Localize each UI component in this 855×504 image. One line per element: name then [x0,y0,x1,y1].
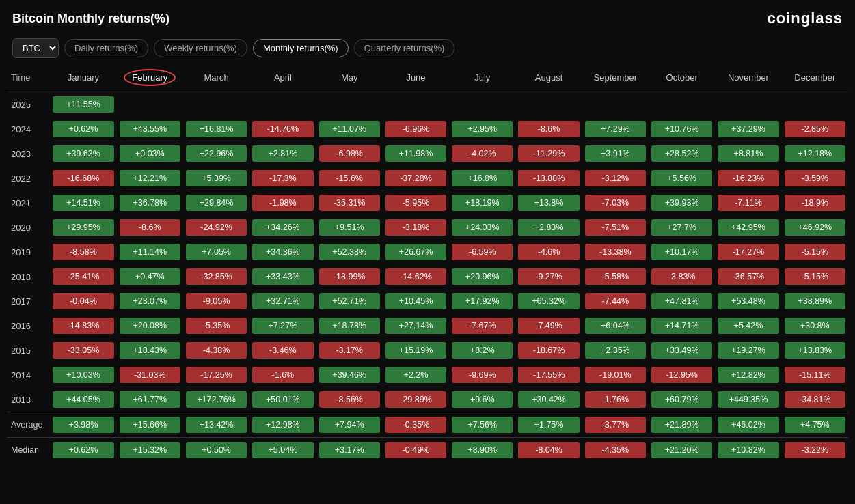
cell-2025-6 [449,92,515,117]
cell-2024-1: +43.55% [117,117,183,141]
cell-2017-1: +23.07% [117,289,183,313]
year-cell: 2023 [7,141,50,166]
cell-2016-2: -5.35% [183,313,249,338]
cell-2025-7 [515,92,582,117]
cell-2025-8 [582,92,649,117]
cell-2024-4: +11.07% [316,117,383,141]
tab-monthly[interactable]: Monthly returns(%) [253,39,349,57]
cell-2015-9: +33.49% [649,338,715,363]
cell-2021-7: +13.8% [515,191,582,215]
cell-2014-10: +12.82% [715,363,781,387]
footer-cell-1: +15.32% [117,438,183,463]
cell-2022-0: -16.68% [50,166,116,191]
tab-daily[interactable]: Daily returns(%) [64,39,148,57]
cell-2016-0: -14.83% [50,313,116,338]
cell-2017-5: +10.45% [383,289,449,313]
col-header-feb: February [117,64,183,92]
cell-2018-6: +20.96% [449,264,515,289]
table-row: 2019-8.58%+11.14%+7.05%+34.36%+52.38%+26… [7,240,848,264]
col-header-jun: June [383,64,449,92]
footer-cell-8: -3.77% [582,412,649,438]
cell-2016-5: +27.14% [383,313,449,338]
cell-2025-5 [383,92,449,117]
table-row: 2015-33.05%+18.43%-4.38%-3.46%-3.17%+15.… [7,338,848,363]
cell-2020-5: -3.18% [383,215,449,240]
cell-2013-5: -29.89% [383,387,449,412]
cell-2016-1: +20.08% [117,313,183,338]
footer-cell-2: +13.42% [183,412,249,438]
cell-2019-10: -17.27% [715,240,781,264]
footer-cell-5: -0.49% [383,438,449,463]
cell-2020-6: +24.03% [449,215,515,240]
cell-2016-11: +30.8% [782,313,848,338]
table-row: 2022-16.68%+12.21%+5.39%-17.3%-15.6%-37.… [7,166,848,191]
footer-cell-5: -0.35% [383,412,449,438]
cell-2024-7: -8.6% [515,117,582,141]
footer-row: Median+0.62%+15.32%+0.50%+5.04%+3.17%-0.… [7,438,848,463]
table-row: 2023+39.63%+0.03%+22.96%+2.81%-6.98%+11.… [7,141,848,166]
footer-cell-11: -3.22% [782,438,848,463]
tab-weekly[interactable]: Weekly returns(%) [154,39,247,57]
cell-2022-7: -13.88% [515,166,582,191]
cell-2013-0: +44.05% [50,387,116,412]
cell-2024-9: +10.76% [649,117,715,141]
cell-2022-3: -17.3% [249,166,316,191]
footer-cell-6: +8.90% [449,438,515,463]
cell-2022-5: -37.28% [383,166,449,191]
cell-2018-9: -3.83% [649,264,715,289]
cell-2023-2: +22.96% [183,141,249,166]
cell-2018-3: +33.43% [249,264,316,289]
brand-logo: coinglass [768,10,843,27]
cell-2023-7: -11.29% [515,141,582,166]
cell-2015-0: -33.05% [50,338,116,363]
year-cell: 2016 [7,313,50,338]
col-header-mar: March [183,64,249,92]
year-cell: 2015 [7,338,50,363]
cell-2021-2: +29.84% [183,191,249,215]
tab-quarterly[interactable]: Quarterly returns(%) [354,39,455,57]
col-header-nov: November [715,64,781,92]
year-cell: 2020 [7,215,50,240]
cell-2015-2: -4.38% [183,338,249,363]
cell-2023-1: +0.03% [117,141,183,166]
cell-2020-10: +42.95% [715,215,781,240]
cell-2019-3: +34.36% [249,240,316,264]
col-header-jul: July [449,64,515,92]
cell-2016-8: +6.04% [582,313,649,338]
cell-2021-10: -7.11% [715,191,781,215]
cell-2019-9: +10.17% [649,240,715,264]
page-header: Bitcoin Monthly returns(%) coinglass [0,0,855,34]
cell-2014-6: -9.69% [449,363,515,387]
cell-2021-9: +39.93% [649,191,715,215]
cell-2013-1: +61.77% [117,387,183,412]
footer-cell-1: +15.66% [117,412,183,438]
footer-cell-9: +21.89% [649,412,715,438]
cell-2017-8: -7.44% [582,289,649,313]
cell-2020-2: -24.92% [183,215,249,240]
cell-2023-6: -4.02% [449,141,515,166]
table-row: 2025+11.55% [7,92,848,117]
cell-2017-3: +32.71% [249,289,316,313]
cell-2020-8: -7.51% [582,215,649,240]
cell-2019-0: -8.58% [50,240,116,264]
cell-2025-11 [782,92,848,117]
asset-selector[interactable]: BTC [12,38,59,58]
cell-2017-10: +53.48% [715,289,781,313]
cell-2018-5: -14.62% [383,264,449,289]
cell-2021-1: +36.78% [117,191,183,215]
table-body: 2025+11.55%2024+0.62%+43.55%+16.81%-14.7… [7,92,848,412]
table-row: 2021+14.51%+36.78%+29.84%-1.98%-35.31%-5… [7,191,848,215]
cell-2022-6: +16.8% [449,166,515,191]
cell-2023-0: +39.63% [50,141,116,166]
col-header-may: May [316,64,383,92]
cell-2019-1: +11.14% [117,240,183,264]
col-header-jan: January [50,64,116,92]
cell-2016-10: +5.42% [715,313,781,338]
cell-2021-3: -1.98% [249,191,316,215]
cell-2022-11: -3.59% [782,166,848,191]
footer-cell-8: -4.35% [582,438,649,463]
cell-2024-5: -6.96% [383,117,449,141]
cell-2022-10: -16.23% [715,166,781,191]
footer-cell-4: +3.17% [316,438,383,463]
cell-2014-4: +39.46% [316,363,383,387]
